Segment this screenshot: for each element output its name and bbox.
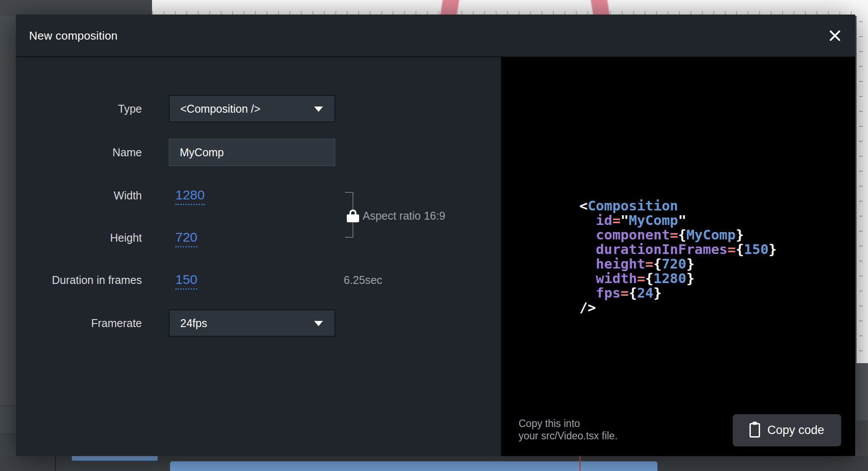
timeline-track-bar bbox=[72, 456, 158, 461]
framerate-select[interactable]: 24fps bbox=[169, 309, 335, 337]
code-preview-panel: <Composition id="MyComp" component={MyCo… bbox=[501, 57, 855, 456]
name-input[interactable] bbox=[169, 139, 335, 166]
copy-instruction-line1: Copy this into bbox=[519, 417, 618, 430]
background-left-edge bbox=[0, 16, 16, 456]
dialog-titlebar: New composition bbox=[16, 15, 855, 56]
chevron-down-icon bbox=[314, 321, 323, 326]
copy-instruction-line2: your src/Video.tsx file. bbox=[519, 430, 618, 442]
type-select[interactable]: <Composition /> bbox=[169, 95, 335, 122]
dialog-body: Type <Composition /> Name Width 1280 Hei… bbox=[16, 57, 855, 456]
type-label: Type bbox=[16, 101, 142, 117]
composition-form: Type <Composition /> Name Width 1280 Hei… bbox=[16, 57, 501, 456]
framerate-label: Framerate bbox=[16, 315, 142, 331]
background-sidebar-corner bbox=[0, 0, 152, 16]
aspect-ratio-label: Aspect ratio 16:9 bbox=[363, 208, 445, 224]
width-value[interactable]: 1280 bbox=[175, 188, 205, 205]
dialog-title: New composition bbox=[29, 29, 118, 42]
screen: New composition Type <Composition /> Nam… bbox=[0, 0, 868, 471]
duration-seconds-hint: 6.25sec bbox=[344, 272, 382, 288]
duration-label: Duration in frames bbox=[16, 272, 142, 288]
aspect-bracket-line bbox=[352, 192, 353, 210]
height-label: Height bbox=[16, 230, 142, 246]
playhead-line bbox=[579, 456, 581, 471]
width-label: Width bbox=[16, 188, 142, 203]
name-label: Name bbox=[16, 144, 142, 160]
height-value[interactable]: 720 bbox=[175, 230, 197, 247]
new-composition-dialog: New composition Type <Composition /> Nam… bbox=[16, 15, 855, 456]
close-icon[interactable] bbox=[826, 27, 844, 44]
copy-instruction: Copy this into your src/Video.tsx file. bbox=[519, 417, 618, 442]
clipboard-icon bbox=[749, 423, 760, 438]
chevron-down-icon bbox=[314, 107, 323, 112]
aspect-bracket-line bbox=[352, 222, 353, 238]
type-select-value: <Composition /> bbox=[180, 103, 260, 115]
timeline-track-bar bbox=[170, 461, 657, 471]
ruler-dashes bbox=[859, 21, 863, 357]
framerate-select-value: 24fps bbox=[180, 317, 207, 329]
code-block: <Composition id="MyComp" component={MyCo… bbox=[579, 199, 777, 315]
timeline-divider bbox=[55, 456, 56, 471]
background-right-edge bbox=[857, 0, 868, 471]
background-timeline bbox=[0, 456, 868, 471]
aspect-bracket-bottom bbox=[345, 237, 353, 238]
lock-icon bbox=[347, 210, 359, 222]
copy-code-button[interactable]: Copy code bbox=[733, 414, 841, 446]
duration-value[interactable]: 150 bbox=[175, 272, 197, 290]
copy-code-button-label: Copy code bbox=[767, 423, 824, 437]
